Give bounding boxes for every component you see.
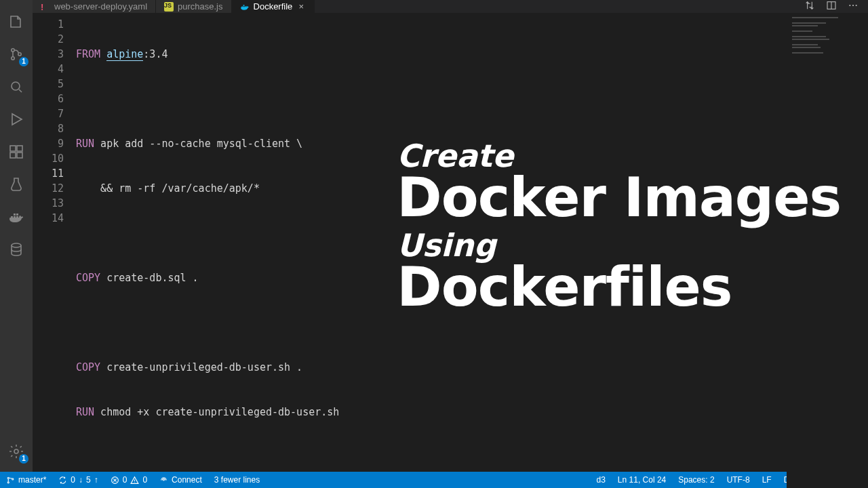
svg-rect-7 [17,146,22,151]
run-debug-icon[interactable] [0,103,33,136]
line-number-gutter: 1234 5678 9101112 1314 [33,13,76,488]
svg-point-24 [7,481,9,483]
extensions-icon[interactable] [0,136,33,168]
svg-rect-4 [10,146,16,151]
js-file-icon: JS [164,2,174,12]
minimap[interactable] [787,13,868,488]
scm-badge: 1 [19,57,28,66]
svg-point-23 [7,477,9,479]
code-editor[interactable]: 1234 5678 9101112 1314 FROM alpine:3.4 R… [33,13,868,488]
source-control-icon[interactable]: 1 [0,38,33,70]
docker-file-icon [240,2,250,12]
tab-bar: ! web-server-deploy.yaml JS purchase.js … [33,0,868,13]
svg-rect-6 [17,152,22,158]
docker-icon[interactable] [0,201,33,233]
close-tab-icon[interactable]: × [296,1,306,12]
more-actions-icon[interactable] [848,0,859,13]
activity-bar: 1 1 [0,0,33,472]
svg-point-0 [12,49,14,52]
svg-point-13 [12,243,21,247]
svg-rect-5 [10,152,16,158]
settings-gear-icon[interactable]: 1 [0,435,33,468]
svg-rect-18 [243,5,244,6]
svg-point-2 [18,53,21,56]
search-icon[interactable] [0,70,33,103]
tab-yaml[interactable]: ! web-server-deploy.yaml [33,0,156,13]
code-content[interactable]: FROM alpine:3.4 RUN apk add --no-cache m… [76,13,787,488]
dockerfile-keyword: COPY [76,272,100,284]
svg-point-1 [12,57,14,60]
tab-dockerfile[interactable]: Dockerfile × [232,0,315,13]
dockerfile-keyword: FROM [76,48,100,60]
tab-js[interactable]: JS purchase.js [156,0,231,13]
yaml-file-icon: ! [41,2,50,12]
image-name: alpine [106,48,143,61]
svg-point-21 [852,5,854,6]
settings-badge: 1 [19,454,28,464]
editor-actions [795,0,868,13]
dockerfile-keyword: RUN [76,406,94,418]
tab-label: purchase.js [178,1,222,12]
tab-label: Dockerfile [254,1,293,12]
database-icon[interactable] [0,233,33,266]
editor-area: ! web-server-deploy.yaml JS purchase.js … [33,0,868,472]
svg-point-20 [849,5,850,6]
svg-rect-11 [14,214,16,216]
svg-point-14 [14,449,18,453]
dockerfile-keyword: RUN [76,138,94,150]
tab-label: web-server-deploy.yaml [54,1,147,12]
dockerfile-keyword: COPY [76,361,100,373]
split-editor-icon[interactable] [826,0,837,13]
svg-point-3 [12,82,20,90]
explorer-icon[interactable] [0,5,33,38]
svg-rect-12 [16,214,18,216]
testing-icon[interactable] [0,168,33,201]
compare-changes-icon[interactable] [804,0,815,13]
svg-point-22 [856,5,857,6]
